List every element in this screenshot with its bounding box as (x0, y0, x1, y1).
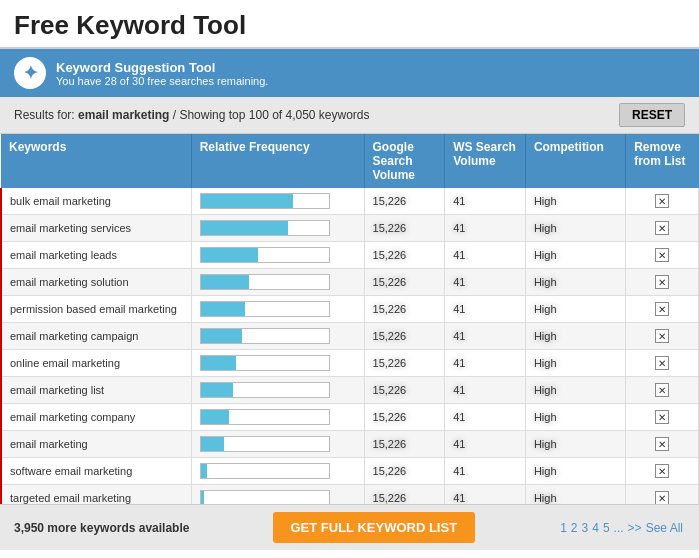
remove-button[interactable]: ✕ (655, 464, 669, 478)
remove-button[interactable]: ✕ (655, 356, 669, 370)
ws-search-cell: 41 (445, 404, 526, 431)
bar-fill (201, 491, 205, 504)
pagination-link[interactable]: 4 (592, 521, 599, 535)
pagination-link[interactable]: ... (614, 521, 624, 535)
suggestion-title: Keyword Suggestion Tool (56, 60, 268, 75)
competition-cell: High (525, 404, 625, 431)
bar-container (200, 436, 330, 452)
bar-fill (201, 329, 242, 343)
competition-cell: High (525, 269, 625, 296)
freq-cell (191, 296, 364, 323)
ws-search-cell: 41 (445, 323, 526, 350)
bar-fill (201, 410, 229, 424)
results-bar: Results for: email marketing / Showing t… (0, 97, 699, 134)
keyword-cell: email marketing list (1, 377, 191, 404)
bar-fill (201, 383, 233, 397)
bar-fill (201, 437, 224, 451)
competition-cell: High (525, 323, 625, 350)
pagination: 12345...>>See All (558, 521, 685, 535)
google-search-cell: 15,226 (364, 485, 445, 505)
table-wrapper: Keywords Relative Frequency Google Searc… (0, 134, 699, 504)
remove-button[interactable]: ✕ (655, 329, 669, 343)
remove-button[interactable]: ✕ (655, 383, 669, 397)
remove-cell: ✕ (626, 431, 699, 458)
keyword-cell: email marketing leads (1, 242, 191, 269)
keyword-cell: email marketing services (1, 215, 191, 242)
remove-button[interactable]: ✕ (655, 491, 669, 504)
google-search-cell: 15,226 (364, 350, 445, 377)
bar-container (200, 220, 330, 236)
pagination-link[interactable]: >> (628, 521, 642, 535)
google-search-cell: 15,226 (364, 269, 445, 296)
remove-cell: ✕ (626, 350, 699, 377)
bar-container (200, 355, 330, 371)
remove-button[interactable]: ✕ (655, 437, 669, 451)
ws-search-cell: 41 (445, 485, 526, 505)
pagination-link[interactable]: 2 (571, 521, 578, 535)
col-relative-freq: Relative Frequency (191, 134, 364, 188)
remove-button[interactable]: ✕ (655, 410, 669, 424)
remove-button[interactable]: ✕ (655, 194, 669, 208)
remove-button[interactable]: ✕ (655, 221, 669, 235)
pagination-link[interactable]: 5 (603, 521, 610, 535)
remove-button[interactable]: ✕ (655, 248, 669, 262)
suggestion-icon: ✦ (14, 57, 46, 89)
competition-cell: High (525, 242, 625, 269)
competition-cell: High (525, 296, 625, 323)
competition-cell: High (525, 431, 625, 458)
remove-cell: ✕ (626, 188, 699, 215)
keyword-cell: email marketing company (1, 404, 191, 431)
google-search-cell: 15,226 (364, 215, 445, 242)
freq-cell (191, 242, 364, 269)
google-search-cell: 15,226 (364, 404, 445, 431)
keyword-cell: permission based email marketing (1, 296, 191, 323)
col-ws-search: WS Search Volume (445, 134, 526, 188)
table-row: software email marketing15,22641High✕ (1, 458, 699, 485)
freq-cell (191, 404, 364, 431)
bar-container (200, 274, 330, 290)
freq-cell (191, 188, 364, 215)
remove-cell: ✕ (626, 458, 699, 485)
suggestion-subtitle: You have 28 of 30 free searches remainin… (56, 75, 268, 87)
footer-count: 3,950 more keywords available (14, 521, 189, 535)
remove-button[interactable]: ✕ (655, 275, 669, 289)
table-row: email marketing company15,22641High✕ (1, 404, 699, 431)
freq-cell (191, 431, 364, 458)
remove-cell: ✕ (626, 404, 699, 431)
get-list-button[interactable]: GET FULL KEYWORD LIST (273, 512, 476, 543)
page-title: Free Keyword Tool (0, 0, 699, 49)
reset-button[interactable]: RESET (619, 103, 685, 127)
remove-cell: ✕ (626, 242, 699, 269)
bar-container (200, 382, 330, 398)
bar-container (200, 193, 330, 209)
remove-cell: ✕ (626, 215, 699, 242)
freq-cell (191, 269, 364, 296)
pagination-link[interactable]: 3 (582, 521, 589, 535)
remove-cell: ✕ (626, 269, 699, 296)
ws-search-cell: 41 (445, 269, 526, 296)
footer: 3,950 more keywords available GET FULL K… (0, 504, 699, 550)
bar-fill (201, 221, 288, 235)
ws-search-cell: 41 (445, 458, 526, 485)
bar-fill (201, 464, 207, 478)
competition-cell: High (525, 485, 625, 505)
table-row: bulk email marketing15,22641High✕ (1, 188, 699, 215)
freq-cell (191, 215, 364, 242)
google-search-cell: 15,226 (364, 458, 445, 485)
bar-container (200, 301, 330, 317)
table-row: email marketing list15,22641High✕ (1, 377, 699, 404)
remove-button[interactable]: ✕ (655, 302, 669, 316)
bar-fill (201, 194, 293, 208)
col-remove: Remove from List (626, 134, 699, 188)
remove-cell: ✕ (626, 485, 699, 505)
keyword-cell: email marketing solution (1, 269, 191, 296)
pagination-link[interactable]: See All (646, 521, 683, 535)
keyword-table: Keywords Relative Frequency Google Searc… (0, 134, 699, 504)
freq-cell (191, 323, 364, 350)
google-search-cell: 15,226 (364, 242, 445, 269)
keyword-cell: bulk email marketing (1, 188, 191, 215)
bar-container (200, 463, 330, 479)
table-row: permission based email marketing15,22641… (1, 296, 699, 323)
pagination-link[interactable]: 1 (560, 521, 567, 535)
competition-cell: High (525, 188, 625, 215)
